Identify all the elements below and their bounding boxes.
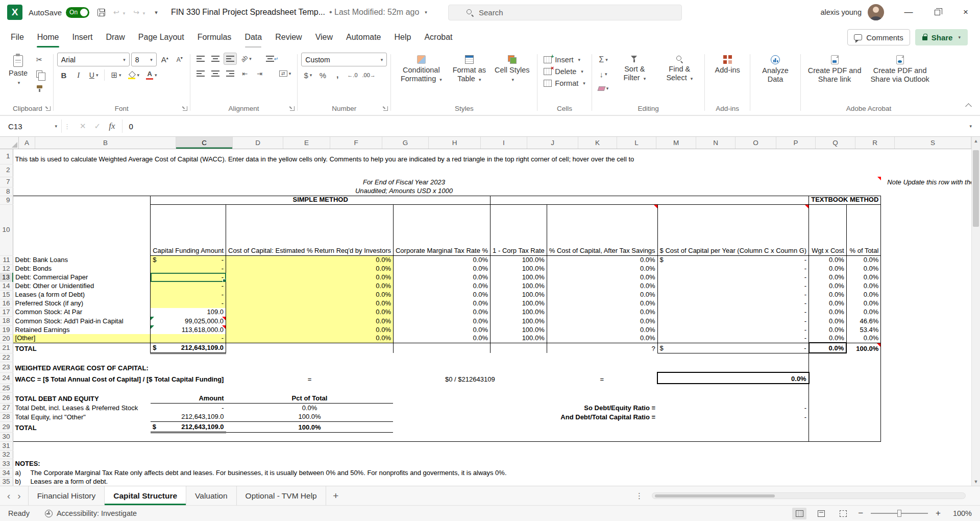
row-header-27[interactable]: 27	[0, 404, 13, 413]
cell-I30[interactable]	[809, 433, 847, 442]
cell-D2[interactable]	[226, 164, 394, 177]
tab-insert[interactable]: Insert	[65, 25, 99, 50]
cell-N21[interactable]	[945, 343, 975, 353]
cell-K15[interactable]	[881, 291, 886, 299]
cell-B34[interactable]: The Corporate Marginal Tax Rate only aff…	[28, 468, 880, 478]
cell-D19[interactable]: 0.0%	[226, 325, 394, 334]
sheet-tab-optional-tvm-help[interactable]: Optional - TVM Help	[237, 486, 326, 505]
cell-M34[interactable]	[915, 468, 945, 478]
cell-A8[interactable]	[13, 187, 28, 196]
sheet-tab-capital-structure[interactable]: Capital Structure	[105, 486, 186, 505]
cut-button[interactable]: ✂	[33, 54, 46, 66]
cell-L27[interactable]	[885, 404, 915, 413]
cell-I27[interactable]	[809, 404, 847, 413]
cell-C21[interactable]: $212,643,109.0	[151, 343, 226, 353]
cell-L32[interactable]	[885, 451, 915, 459]
cell-M22[interactable]	[915, 353, 945, 362]
cell-E22[interactable]	[393, 353, 490, 362]
row-header-1[interactable]: 1	[0, 149, 13, 164]
row-header-21[interactable]: 21	[0, 343, 13, 353]
cell-A12[interactable]: Debt: Bonds	[13, 264, 151, 273]
cell-B32[interactable]	[28, 451, 150, 459]
find-select-button[interactable]: Find & Select ▾	[658, 53, 701, 83]
cell-N18[interactable]	[945, 317, 975, 325]
conditional-formatting-button[interactable]: Conditional Formatting ▾	[395, 53, 448, 84]
cell-N15[interactable]	[945, 291, 975, 299]
tab-page-layout[interactable]: Page Layout	[132, 25, 191, 50]
cell-F9[interactable]	[491, 196, 809, 204]
row-header-10[interactable]: 10	[0, 204, 13, 255]
cell-D16[interactable]: 0.0%	[226, 299, 394, 308]
cell-L25[interactable]	[885, 384, 915, 392]
column-header-Q[interactable]: Q	[816, 137, 855, 149]
bold-button[interactable]: B	[57, 69, 70, 81]
row-header-28[interactable]: 28	[0, 413, 13, 422]
cell-C26[interactable]: Amount	[151, 393, 226, 404]
cell-L9[interactable]	[885, 196, 915, 204]
cell-M15[interactable]	[915, 291, 945, 299]
cell-L11[interactable]	[885, 255, 915, 264]
cell-H10[interactable]: $ Cost of Capital per Year (Column C x C…	[657, 204, 809, 255]
cell-D33[interactable]	[226, 459, 394, 468]
zoom-level[interactable]: 100%	[948, 509, 972, 517]
cell-E32[interactable]	[393, 451, 490, 459]
cell-J14[interactable]: 0.0%	[846, 282, 881, 291]
cell-L23[interactable]	[885, 362, 915, 372]
cell-K27[interactable]	[881, 404, 886, 413]
cell-B8[interactable]	[28, 187, 150, 196]
cell-J12[interactable]: 0.0%	[846, 264, 881, 273]
vertical-scrollbar[interactable]: ▲ ▼	[971, 137, 980, 486]
row-header-30[interactable]: 30	[0, 433, 13, 442]
cell-E24[interactable]: $0 / $212643109	[393, 372, 547, 384]
cell-J15[interactable]: 0.0%	[846, 291, 881, 299]
cell-A21[interactable]: TOTAL	[13, 343, 151, 353]
cell-C9[interactable]: SIMPLE METHOD	[151, 196, 491, 204]
row-header-13[interactable]: 13	[0, 273, 13, 281]
cell-I17[interactable]: 0.0%	[809, 308, 847, 317]
cell-A31[interactable]	[13, 442, 28, 451]
cell-F31[interactable]	[491, 442, 547, 451]
row-header-19[interactable]: 19	[0, 325, 13, 334]
cell-A22[interactable]	[13, 353, 151, 362]
cell-N8[interactable]	[945, 187, 975, 196]
cell-L18[interactable]	[885, 317, 915, 325]
cell-F16[interactable]: 100.0%	[491, 299, 547, 308]
share-button[interactable]: Share ▾	[915, 29, 968, 45]
cell-H33[interactable]	[657, 459, 809, 468]
row-header-35[interactable]: 35	[0, 478, 13, 486]
cell-K2[interactable]	[881, 164, 886, 177]
column-header-D[interactable]: D	[233, 137, 283, 149]
cell-G32[interactable]	[547, 451, 657, 459]
cell-M20[interactable]	[915, 334, 945, 343]
column-header-I[interactable]: I	[481, 137, 527, 149]
cell-A17[interactable]: Common Stock: At Par	[13, 308, 151, 317]
cell-J13[interactable]: 0.0%	[846, 273, 881, 281]
cell-C14[interactable]: -	[151, 282, 226, 291]
cell-A35[interactable]: b)	[13, 478, 28, 486]
cell-F29[interactable]	[491, 422, 547, 433]
column-header-S[interactable]: S	[895, 137, 971, 149]
cell-G29[interactable]	[547, 422, 657, 433]
cell-K32[interactable]	[881, 451, 886, 459]
cell-G30[interactable]	[547, 433, 657, 442]
column-header-G[interactable]: G	[382, 137, 429, 149]
cell-I24[interactable]	[809, 372, 847, 384]
cell-E19[interactable]: 0.0%	[393, 325, 490, 334]
cell-M11[interactable]	[915, 255, 945, 264]
cell-N30[interactable]	[945, 433, 975, 442]
cell-G20[interactable]: 0.0%	[547, 334, 657, 343]
select-all-corner[interactable]	[0, 137, 19, 149]
tab-view[interactable]: View	[309, 25, 339, 50]
cell-I18[interactable]: 0.0%	[809, 317, 847, 325]
underline-button[interactable]: U▾	[87, 69, 101, 81]
comments-button[interactable]: Comments	[847, 29, 910, 45]
cell-D20[interactable]: 0.0%	[226, 334, 394, 343]
cell-L30[interactable]	[885, 433, 915, 442]
cell-I25[interactable]	[809, 384, 847, 392]
cell-K14[interactable]	[881, 282, 886, 291]
column-header-O[interactable]: O	[736, 137, 776, 149]
row-header-8[interactable]: 8	[0, 187, 13, 196]
fill-color-button[interactable]: ▾	[126, 69, 142, 81]
cell-L7[interactable]: Note Update this row with the year being…	[885, 177, 980, 187]
cell-D18[interactable]: 0.0%	[226, 317, 394, 325]
